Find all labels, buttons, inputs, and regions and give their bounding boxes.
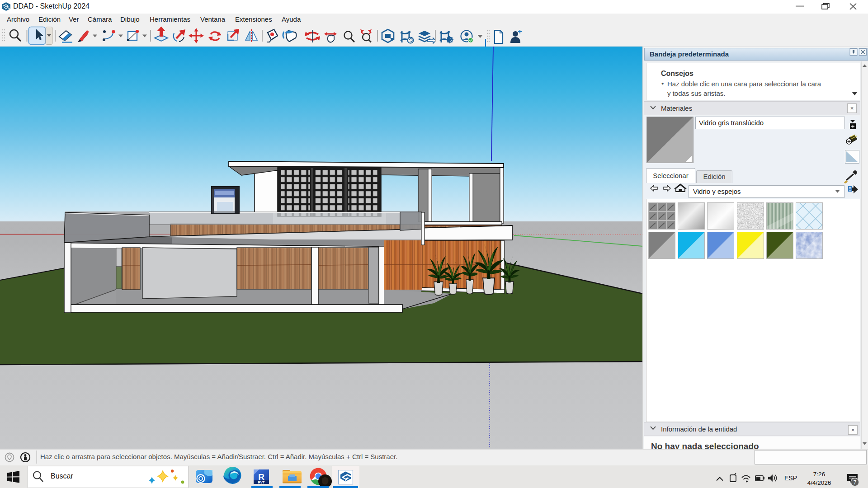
svg-text:7:26: 7:26 (813, 471, 825, 478)
svg-text:4/4/2026: 4/4/2026 (807, 479, 831, 486)
svg-text:RVT: RVT (258, 480, 265, 484)
svg-text:7: 7 (854, 479, 857, 486)
svg-text:ESP: ESP (784, 474, 797, 482)
